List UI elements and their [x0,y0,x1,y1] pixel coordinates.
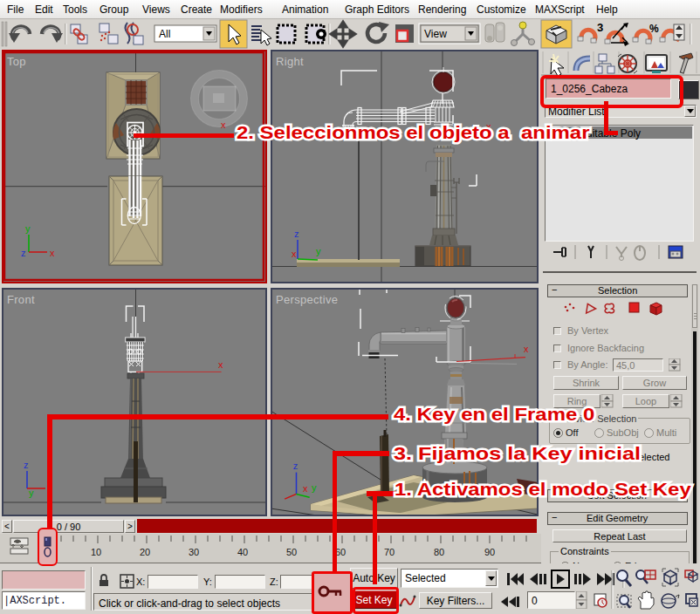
svg-text:90: 90 [484,547,495,557]
svg-text:All: All [159,28,170,40]
svg-text:z: z [293,460,299,471]
svg-text:z: z [21,248,26,258]
svg-text:z: z [24,460,29,470]
svg-text:%: % [649,23,659,35]
svg-text:y: y [25,223,31,234]
svg-text:x: x [47,478,52,488]
svg-text:x: x [292,249,297,259]
svg-text:20: 20 [140,547,150,557]
svg-text:x: x [486,121,491,132]
svg-text:y: y [29,488,34,498]
svg-text:x: x [524,344,529,354]
svg-text:View: View [424,28,447,40]
svg-text:y: y [316,246,321,256]
svg-text:30: 30 [189,547,199,557]
svg-text:3: 3 [597,21,603,34]
svg-text:40: 40 [237,547,248,557]
svg-text:60: 60 [335,547,346,557]
svg-text:z: z [294,229,299,239]
svg-text:x: x [221,119,226,130]
svg-text:y: y [312,482,317,493]
svg-text:80: 80 [434,547,444,557]
svg-text:x: x [218,359,223,370]
svg-text:50: 50 [286,547,297,557]
svg-text:70: 70 [384,547,395,557]
svg-text:x: x [50,248,55,258]
svg-text:10: 10 [91,547,101,557]
svg-text:x: x [303,483,308,494]
